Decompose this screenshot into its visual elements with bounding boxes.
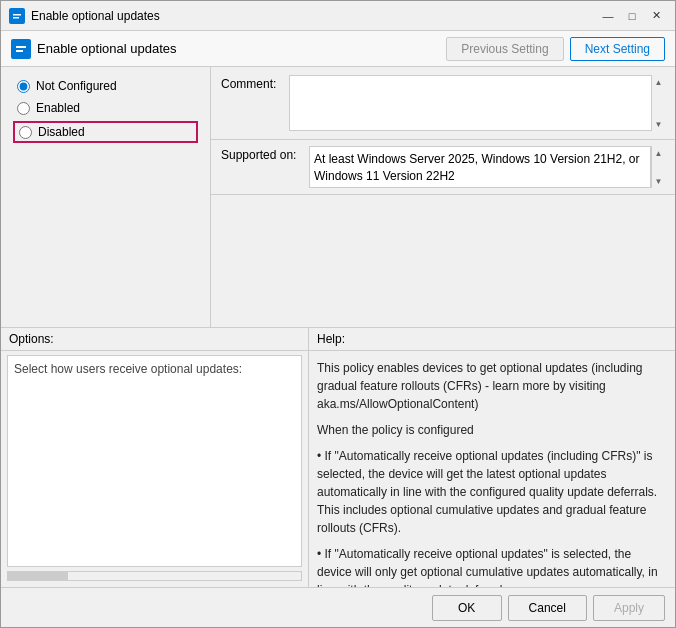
scroll-down-icon[interactable]: ▼: [652, 117, 666, 131]
supported-text: At least Windows Server 2025, Windows 10…: [314, 152, 640, 183]
supported-scroll-up[interactable]: ▲: [652, 146, 666, 160]
close-button[interactable]: ✕: [645, 7, 667, 25]
supported-label: Supported on:: [221, 146, 301, 162]
title-bar-left: Enable optional updates: [9, 8, 160, 24]
options-content: Select how users receive optional update…: [7, 355, 302, 568]
enabled-radio[interactable]: [17, 102, 30, 115]
supported-scrollbar: ▲ ▼: [651, 146, 665, 188]
enabled-label: Enabled: [36, 101, 80, 115]
svg-rect-4: [16, 46, 26, 48]
disabled-radio[interactable]: [19, 126, 32, 139]
supported-section: Supported on: At least Windows Server 20…: [211, 140, 675, 195]
maximize-button[interactable]: □: [621, 7, 643, 25]
svg-rect-2: [13, 17, 19, 19]
right-panel: Comment: ▲ ▼ Supported on: At least Wind…: [211, 67, 675, 327]
options-scrollbar-h[interactable]: [7, 571, 302, 581]
svg-rect-1: [13, 14, 21, 16]
svg-rect-5: [16, 50, 23, 52]
header-bar: Enable optional updates Previous Setting…: [1, 31, 675, 67]
help-header: Help:: [309, 328, 675, 351]
window-title: Enable optional updates: [31, 9, 160, 23]
header-title: Enable optional updates: [37, 41, 440, 56]
help-content: This policy enables devices to get optio…: [309, 351, 675, 588]
svg-rect-0: [11, 10, 23, 22]
svg-rect-3: [14, 42, 28, 56]
not-configured-option[interactable]: Not Configured: [13, 77, 198, 95]
options-panel: Options: Select how users receive option…: [1, 328, 309, 588]
help-bullet-1: • If "Automatically receive optional upd…: [317, 447, 667, 537]
disabled-label: Disabled: [38, 125, 85, 139]
scroll-up-icon[interactable]: ▲: [652, 75, 666, 89]
next-setting-button[interactable]: Next Setting: [570, 37, 665, 61]
supported-box-wrap: At least Windows Server 2025, Windows 10…: [309, 146, 665, 188]
enabled-option[interactable]: Enabled: [13, 99, 198, 117]
header-buttons: Previous Setting Next Setting: [446, 37, 665, 61]
bottom-panels: Options: Select how users receive option…: [1, 327, 675, 588]
radio-group: Not Configured Enabled Disabled: [13, 77, 198, 143]
supported-content: At least Windows Server 2025, Windows 10…: [309, 146, 651, 188]
comment-box-wrap: ▲ ▼: [289, 75, 665, 131]
help-para-2: When the policy is configured: [317, 421, 667, 439]
left-panel: Not Configured Enabled Disabled: [1, 67, 211, 327]
title-bar: Enable optional updates — □ ✕: [1, 1, 675, 31]
content-area: Not Configured Enabled Disabled Comment:: [1, 67, 675, 327]
not-configured-label: Not Configured: [36, 79, 117, 93]
minimize-button[interactable]: —: [597, 7, 619, 25]
two-panel-row: [211, 195, 675, 327]
main-window: Enable optional updates — □ ✕ Enable opt…: [0, 0, 676, 628]
comment-label: Comment:: [221, 75, 281, 91]
cancel-button[interactable]: Cancel: [508, 595, 587, 621]
help-panel: Help: This policy enables devices to get…: [309, 328, 675, 588]
apply-button: Apply: [593, 595, 665, 621]
disabled-option[interactable]: Disabled: [13, 121, 198, 143]
options-scrollbar-thumb: [8, 572, 68, 580]
help-bullet-2: • If "Automatically receive optional upd…: [317, 545, 667, 588]
supported-scroll-down[interactable]: ▼: [652, 174, 666, 188]
comment-section: Comment: ▲ ▼: [211, 67, 675, 140]
help-para-1: This policy enables devices to get optio…: [317, 359, 667, 413]
previous-setting-button: Previous Setting: [446, 37, 563, 61]
options-header: Options:: [1, 328, 308, 351]
not-configured-radio[interactable]: [17, 80, 30, 93]
window-icon: [9, 8, 25, 24]
title-controls: — □ ✕: [597, 7, 667, 25]
footer-bar: OK Cancel Apply: [1, 587, 675, 627]
comment-scrollbar: ▲ ▼: [651, 75, 665, 131]
comment-textarea[interactable]: [289, 75, 665, 131]
ok-button[interactable]: OK: [432, 595, 502, 621]
header-icon: [11, 39, 31, 59]
options-text: Select how users receive optional update…: [14, 362, 242, 376]
